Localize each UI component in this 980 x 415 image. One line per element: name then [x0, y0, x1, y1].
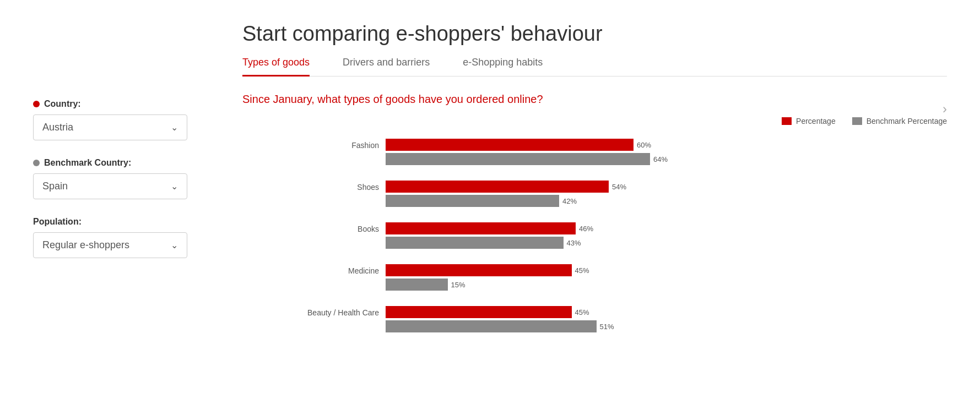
- legend-red-icon: [782, 117, 792, 125]
- chart-bars: 46%43%: [386, 222, 593, 251]
- tabs-container: Types of goods Drivers and barriers e-Sh…: [242, 57, 947, 77]
- bar-red-wrapper: 54%: [386, 181, 626, 193]
- legend: Percentage Benchmark Percentage: [242, 117, 947, 125]
- benchmark-value: Spain: [42, 181, 68, 192]
- chart-category-label: Books: [297, 222, 386, 233]
- legend-benchmark-label: Benchmark Percentage: [867, 117, 947, 125]
- page-container: Country: Austria ⌄ Benchmark Country: Sp…: [0, 0, 980, 415]
- chart-category-label: Beauty / Health Care: [297, 306, 386, 317]
- bar-red-label: 45%: [575, 266, 589, 275]
- country-label: Country:: [33, 99, 198, 109]
- bar-red-wrapper: 45%: [386, 306, 614, 318]
- page-title: Start comparing e-shoppers' behaviour: [242, 22, 947, 46]
- bar-red-label: 60%: [637, 141, 651, 149]
- bar-gray: [386, 320, 597, 332]
- question-text: Since January, what types of goods have …: [242, 93, 947, 106]
- bar-gray-wrapper: 42%: [386, 195, 626, 207]
- tab-types-of-goods[interactable]: Types of goods: [242, 57, 310, 77]
- bar-red-label: 45%: [575, 308, 589, 316]
- bar-red-label: 46%: [579, 225, 593, 233]
- legend-benchmark: Benchmark Percentage: [852, 117, 947, 125]
- legend-percentage: Percentage: [782, 117, 836, 125]
- bar-gray-wrapper: 15%: [386, 279, 589, 291]
- main-content: Start comparing e-shoppers' behaviour Ty…: [220, 0, 980, 415]
- sidebar: Country: Austria ⌄ Benchmark Country: Sp…: [0, 0, 220, 415]
- bar-red-wrapper: 60%: [386, 139, 668, 151]
- legend-gray-icon: [852, 117, 862, 125]
- bar-red: [386, 306, 572, 318]
- chart-bars: 45%51%: [386, 306, 614, 335]
- bar-gray-label: 43%: [567, 239, 581, 247]
- tab-eshopping-habits[interactable]: e-Shopping habits: [463, 57, 543, 77]
- country-filter: Country: Austria ⌄: [33, 99, 198, 140]
- bar-red: [386, 222, 576, 234]
- chart-row: Books46%43%: [297, 222, 947, 251]
- bar-gray-wrapper: 64%: [386, 153, 668, 165]
- bar-gray: [386, 153, 650, 165]
- bar-red: [386, 181, 609, 193]
- benchmark-chevron-icon: ⌄: [171, 181, 178, 192]
- legend-percentage-label: Percentage: [796, 117, 836, 125]
- bar-gray-label: 15%: [451, 281, 465, 289]
- bar-red: [386, 139, 634, 151]
- question-row: Since January, what types of goods have …: [242, 93, 947, 106]
- benchmark-select[interactable]: Spain ⌄: [33, 173, 187, 199]
- population-value: Regular e-shoppers: [42, 239, 129, 251]
- bar-red-label: 54%: [612, 183, 626, 191]
- bar-gray: [386, 195, 559, 207]
- population-chevron-icon: ⌄: [171, 240, 178, 250]
- next-arrow-icon[interactable]: ›: [943, 101, 947, 117]
- chart-row: Beauty / Health Care45%51%: [297, 306, 947, 335]
- country-value: Austria: [42, 122, 73, 133]
- country-dot-icon: [33, 101, 40, 107]
- chart-row: Shoes54%42%: [297, 181, 947, 209]
- tab-drivers-and-barriers[interactable]: Drivers and barriers: [343, 57, 430, 77]
- bar-gray-wrapper: 51%: [386, 320, 614, 332]
- bar-gray-label: 64%: [653, 155, 668, 163]
- benchmark-country-filter: Benchmark Country: Spain ⌄: [33, 158, 198, 199]
- population-select[interactable]: Regular e-shoppers ⌄: [33, 232, 187, 258]
- chart-container: Fashion60%64%Shoes54%42%Books46%43%Medic…: [242, 139, 947, 335]
- chart-bars: 60%64%: [386, 139, 668, 167]
- chart-category-label: Shoes: [297, 181, 386, 192]
- chart-category-label: Medicine: [297, 264, 386, 275]
- country-select[interactable]: Austria ⌄: [33, 114, 187, 140]
- country-chevron-icon: ⌄: [171, 122, 178, 133]
- benchmark-dot-icon: [33, 160, 40, 166]
- population-filter: Population: Regular e-shoppers ⌄: [33, 217, 198, 258]
- bar-gray-label: 51%: [600, 323, 614, 331]
- population-label: Population:: [33, 217, 198, 227]
- chart-row: Fashion60%64%: [297, 139, 947, 167]
- bar-gray-wrapper: 43%: [386, 237, 593, 249]
- bar-gray-label: 42%: [562, 197, 577, 205]
- bar-gray: [386, 279, 448, 291]
- bar-gray: [386, 237, 564, 249]
- chart-category-label: Fashion: [297, 139, 386, 150]
- chart-bars: 45%15%: [386, 264, 589, 293]
- bar-red-wrapper: 45%: [386, 264, 589, 276]
- bar-red-wrapper: 46%: [386, 222, 593, 234]
- chart-bars: 54%42%: [386, 181, 626, 209]
- chart-row: Medicine45%15%: [297, 264, 947, 293]
- benchmark-country-label: Benchmark Country:: [33, 158, 198, 168]
- bar-red: [386, 264, 572, 276]
